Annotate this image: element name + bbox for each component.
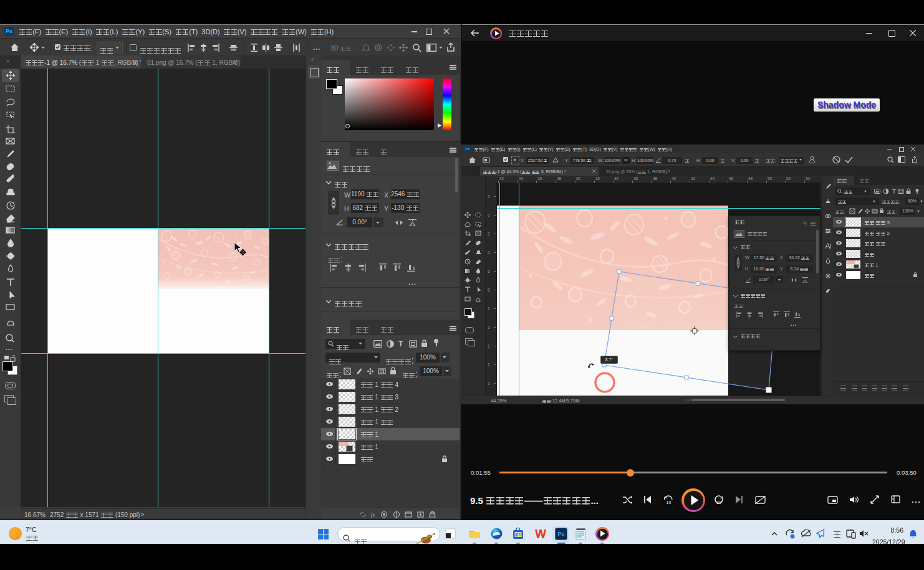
svg-text:10: 10 [667, 500, 671, 505]
svg-text:30: 30 [716, 500, 721, 505]
svg-text:fx: fx [371, 511, 375, 518]
